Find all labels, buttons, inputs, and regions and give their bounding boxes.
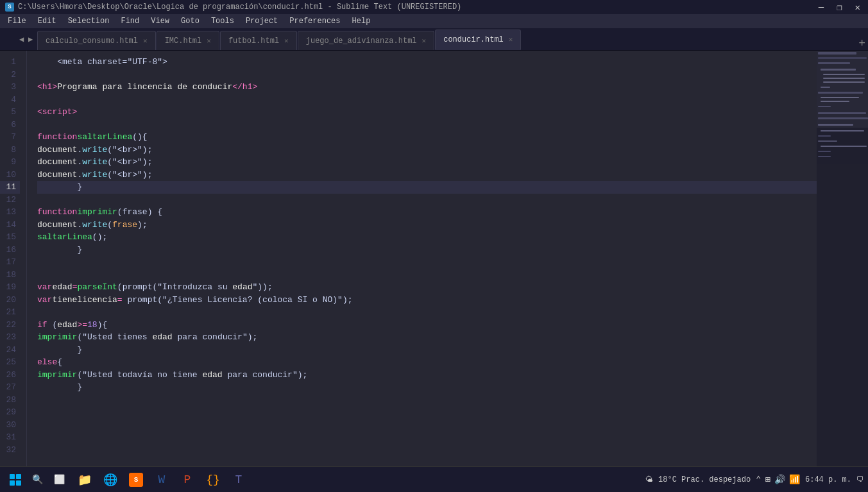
search-button[interactable]: 🔍	[27, 470, 47, 490]
menu-item-preferences[interactable]: Preferences	[284, 15, 345, 27]
powerpoint-icon[interactable]: P	[176, 468, 199, 491]
code-line-30	[37, 419, 817, 432]
menu-item-find[interactable]: Find	[115, 15, 144, 27]
minimap	[817, 51, 868, 478]
system-clock[interactable]: 6:44 p. m.	[805, 475, 851, 484]
code-line-4	[37, 94, 817, 106]
line-num-18: 18	[0, 269, 20, 282]
tab-close-juego[interactable]: ✕	[422, 37, 427, 45]
code-line-5: <script>	[37, 106, 817, 119]
code-line-29	[37, 406, 817, 419]
line-num-1: 1	[0, 56, 20, 69]
svg-rect-20	[818, 156, 831, 157]
file-explorer-icon[interactable]: 📁	[73, 468, 96, 491]
svg-rect-21	[817, 51, 868, 128]
menu-bar: FileEditSelectionFindViewGotoToolsProjec…	[0, 14, 868, 28]
speaker-icon[interactable]: 🔊	[774, 474, 785, 485]
word-icon[interactable]: W	[150, 468, 173, 491]
network-icon[interactable]: ⊞	[765, 474, 770, 485]
code-line-9: document.write("<br>");	[37, 156, 817, 169]
start-button[interactable]	[4, 468, 27, 491]
line-num-11: 11	[0, 181, 20, 194]
tab-prev-btn[interactable]: ◀	[19, 34, 24, 44]
svg-rect-19	[818, 151, 831, 152]
menu-item-edit[interactable]: Edit	[33, 15, 62, 27]
line-num-22: 22	[0, 319, 20, 332]
tab-juego-adivinanza[interactable]: juego_de_adivinanza.html ✕	[298, 31, 434, 50]
menu-item-file[interactable]: File	[3, 15, 31, 27]
tab-conducir[interactable]: conducir.html ✕	[435, 30, 521, 50]
taskbar: 🔍 ⬜ 📁 🌐 S W P {} T 🌤 18°C Prac. despejad…	[0, 466, 868, 492]
new-tab-button[interactable]: +	[858, 37, 868, 50]
code-line-8: document.write("<br>");	[37, 144, 817, 157]
menu-item-view[interactable]: View	[146, 15, 174, 27]
code-line-24: }	[37, 344, 817, 357]
code-line-1: <meta charset="UTF-8">	[37, 56, 817, 69]
code-line-31	[37, 431, 817, 444]
code-line-10: document.write("<br>");	[37, 169, 817, 182]
line-num-10: 10	[0, 169, 20, 182]
tab-calculo-consumo[interactable]: calculo_consumo.html ✕	[37, 31, 156, 50]
line-num-25: 25	[0, 356, 20, 369]
tab-close-futbol[interactable]: ✕	[284, 37, 289, 45]
line-num-15: 15	[0, 231, 20, 244]
notification-icon[interactable]: 🗨	[856, 475, 864, 484]
line-num-2: 2	[0, 69, 20, 81]
line-num-9: 9	[0, 156, 20, 169]
code-line-28	[37, 394, 817, 407]
windows-icon	[10, 474, 21, 486]
menu-item-goto[interactable]: Goto	[176, 15, 205, 27]
line-num-28: 28	[0, 394, 20, 407]
code-line-16: }	[37, 244, 817, 257]
tab-next-btn[interactable]: ▶	[28, 34, 33, 44]
line-num-7: 7	[0, 131, 20, 144]
title-text: C:\Users\Hmora\Desktop\Oracle\Logica de …	[18, 3, 461, 12]
code-area[interactable]: <meta charset="UTF-8"> <h1>Programa para…	[27, 51, 817, 478]
code-line-21	[37, 306, 817, 319]
line-num-24: 24	[0, 344, 20, 357]
code-line-27: }	[37, 381, 817, 394]
chevron-up-icon[interactable]: ⌃	[756, 474, 761, 485]
editor: 1234567891011121314151617181920212223242…	[0, 51, 868, 478]
line-numbers: 1234567891011121314151617181920212223242…	[0, 51, 27, 478]
maximize-button[interactable]: ❐	[834, 2, 844, 13]
line-num-4: 4	[0, 94, 20, 106]
tab-close-conducir[interactable]: ✕	[509, 35, 513, 44]
tab-futbol[interactable]: futbol.html ✕	[220, 31, 297, 50]
line-num-26: 26	[0, 369, 20, 382]
line-num-20: 20	[0, 294, 20, 307]
code-line-20: var tienelicencia = prompt("¿Tienes Lice…	[37, 294, 817, 307]
code-line-14: document.write(frase);	[37, 219, 817, 232]
menu-item-tools[interactable]: Tools	[206, 15, 239, 27]
menu-item-selection[interactable]: Selection	[63, 15, 115, 27]
line-num-30: 30	[0, 419, 20, 432]
weather-icon: 🌤	[645, 475, 653, 484]
line-num-8: 8	[0, 144, 20, 157]
sublime-text-icon[interactable]: S	[124, 468, 148, 491]
code-line-32	[37, 444, 817, 457]
edge-icon[interactable]: 🌐	[99, 468, 122, 491]
code-line-23: imprimir("Usted tienes edad para conduci…	[37, 331, 817, 344]
menu-item-help[interactable]: Help	[347, 15, 376, 27]
line-num-3: 3	[0, 81, 20, 94]
code-line-17	[37, 256, 817, 269]
code-line-3: <h1>Programa para lincencia de conducir<…	[37, 81, 817, 94]
brackets-icon[interactable]: {}	[201, 468, 225, 491]
line-num-31: 31	[0, 431, 20, 444]
weather-text: 18°C Prac. despejado	[658, 475, 751, 484]
teams-icon[interactable]: T	[227, 468, 250, 491]
menu-item-project[interactable]: Project	[241, 15, 283, 27]
tab-imc[interactable]: IMC.html ✕	[157, 31, 219, 50]
code-line-2	[37, 69, 817, 81]
line-num-32: 32	[0, 444, 20, 457]
tab-close-imc[interactable]: ✕	[207, 37, 211, 45]
code-line-6	[37, 119, 817, 131]
tab-close-calculo[interactable]: ✕	[143, 37, 148, 45]
code-line-13: function imprimir(frase) {	[37, 206, 817, 219]
taskview-button[interactable]: ⬜	[47, 468, 71, 491]
wifi-icon[interactable]: 📶	[789, 474, 800, 485]
close-button[interactable]: ✕	[853, 2, 863, 13]
minimize-button[interactable]: —	[816, 2, 826, 13]
svg-rect-18	[821, 146, 867, 147]
line-num-23: 23	[0, 331, 20, 344]
